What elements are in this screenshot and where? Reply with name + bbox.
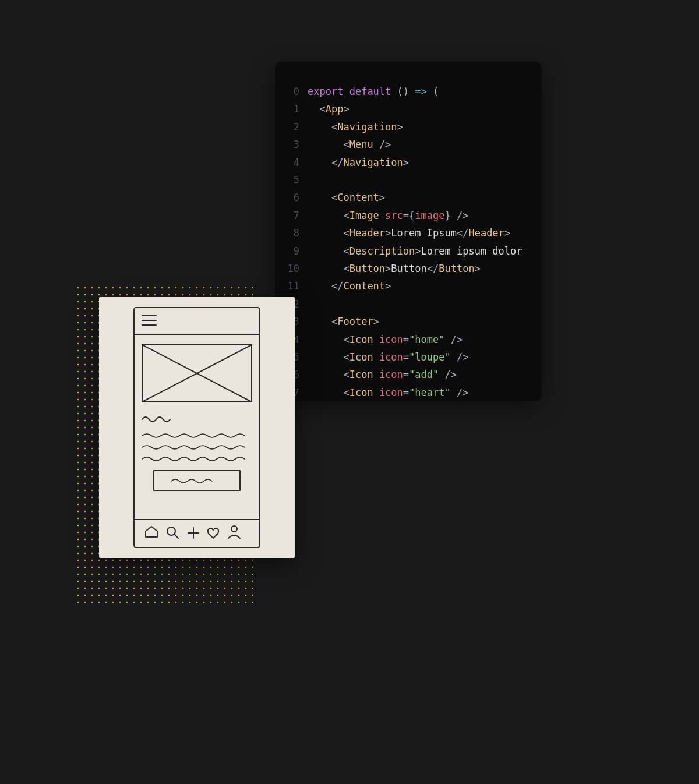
code-line — [308, 295, 542, 313]
svg-rect-8 — [154, 471, 240, 490]
line-number: 4 — [275, 154, 308, 171]
home-icon — [146, 527, 157, 537]
code-line: </Content> — [308, 277, 542, 295]
line-number: 2 — [275, 118, 308, 136]
code-line: <App> — [308, 100, 542, 118]
code-line: <Description>Lorem ipsum dolor — [308, 242, 542, 260]
svg-line-11 — [174, 534, 178, 538]
svg-rect-0 — [134, 308, 260, 548]
code-line: <Icon icon="add" /> — [308, 366, 542, 383]
code-line — [308, 171, 542, 189]
line-number: 0 — [275, 83, 308, 100]
loupe-icon — [167, 527, 178, 538]
line-number: 11 — [275, 277, 308, 295]
code-line: <Content> — [308, 189, 542, 206]
code-line: <Header>Lorem Ipsum</Header> — [308, 224, 542, 242]
code-line: <Icon icon="heart" /> — [308, 384, 542, 401]
code-line: <Footer> — [308, 313, 542, 330]
hamburger-icon — [142, 316, 156, 325]
paper-sketch — [99, 297, 295, 558]
code-line: <Navigation> — [308, 118, 542, 136]
line-number: 5 — [275, 171, 308, 189]
code-lines: export default () => ( <App> <Navigation… — [308, 62, 542, 401]
code-line: <Button>Button</Button> — [308, 260, 542, 277]
header-squiggle — [142, 417, 170, 422]
line-number: 3 — [275, 136, 308, 153]
code-line: <Icon icon="loupe" /> — [308, 348, 542, 366]
code-line: <Image src={image} /> — [308, 207, 542, 224]
line-number: 9 — [275, 242, 308, 260]
add-icon — [188, 528, 199, 538]
svg-point-14 — [231, 526, 237, 532]
heart-icon — [208, 528, 218, 538]
image-placeholder-icon — [142, 345, 252, 402]
code-line: </Navigation> — [308, 154, 542, 171]
line-number: 7 — [275, 207, 308, 224]
code-line: <Menu /> — [308, 136, 542, 153]
line-number: 1 — [275, 100, 308, 118]
line-number: 10 — [275, 260, 308, 277]
code-editor-panel: 0123456789101112131415161718 export defa… — [275, 62, 542, 401]
line-number: 8 — [275, 224, 308, 242]
code-line: <Icon icon="home" /> — [308, 331, 542, 348]
code-line: export default () => ( — [308, 83, 542, 100]
button-sketch — [154, 471, 240, 490]
line-number: 6 — [275, 189, 308, 206]
user-icon — [228, 526, 240, 538]
